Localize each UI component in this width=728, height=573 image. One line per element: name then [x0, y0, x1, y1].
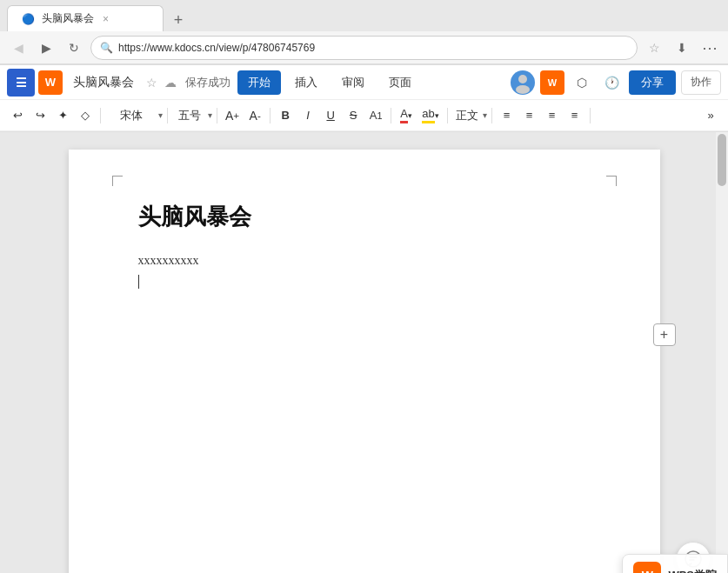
browser-tab-bar: 🔵 头脑风暴会 × + — [0, 0, 728, 31]
wps-academy-label: WPS学院 — [668, 568, 717, 573]
paragraph-style-dropdown[interactable]: 正文 ▾ — [452, 104, 487, 127]
font-size-dropdown[interactable]: 五号 ▾ — [172, 104, 212, 127]
svg-point-1 — [516, 85, 530, 94]
highlight-button[interactable]: ab ▾ — [418, 104, 442, 127]
tab-favicon: 🔵 — [22, 13, 35, 25]
tab-close-icon[interactable]: × — [103, 13, 109, 25]
clock-button[interactable]: 🕐 — [599, 70, 624, 95]
document-title: 头脑风暴会 — [73, 75, 134, 90]
undo-button[interactable]: ↩ — [7, 104, 28, 127]
font-name-dropdown[interactable]: 宋体 ▾ — [105, 104, 163, 127]
wps-brand-logo: W — [540, 70, 564, 95]
font-color-indicator: A — [400, 107, 408, 123]
body-text: xxxxxxxxxx — [138, 254, 199, 267]
svg-point-0 — [518, 75, 527, 83]
font-size-increase-button[interactable]: A+ — [222, 104, 243, 127]
address-bar[interactable]: 🔍 — [90, 36, 638, 60]
address-input[interactable] — [118, 42, 628, 54]
wps-toolbar: ☰ W 头脑风暴会 ☆ ☁ 保存成功 开始 插入 审阅 页面 W ⬡ 🕐 分享 … — [0, 65, 728, 132]
document-heading: 头脑风暴会 — [138, 202, 591, 232]
tab-page[interactable]: 页面 — [378, 70, 422, 95]
bold-button[interactable]: B — [275, 104, 296, 127]
browser-chrome: 🔵 头脑风暴会 × + ◀ ▶ ↻ 🔍 ☆ ⬇ ⋯ — [0, 0, 728, 65]
back-button[interactable]: ◀ — [7, 37, 30, 59]
underline-button[interactable]: U — [320, 104, 341, 127]
format-bar: ↩ ↪ ✦ ◇ 宋体 ▾ 五号 ▾ A+ A- B I U S A1 A ▾ a… — [0, 100, 728, 131]
browser-nav-bar: ◀ ▶ ↻ 🔍 ☆ ⬇ ⋯ — [0, 31, 728, 64]
corner-mark-tl — [112, 176, 123, 186]
browser-tab[interactable]: 🔵 头脑风暴会 × — [7, 5, 164, 31]
font-color-chevron: ▾ — [408, 111, 412, 120]
more-toolbar-button[interactable]: » — [700, 104, 721, 127]
main-content: 头脑风暴会 xxxxxxxxxx + W — [0, 132, 728, 573]
collab-button[interactable]: 协作 — [681, 70, 721, 95]
font-size-label: 五号 — [172, 104, 207, 127]
highlight-chevron: ▾ — [435, 111, 439, 120]
favorite-icon[interactable]: ☆ — [146, 76, 157, 90]
divider-5 — [391, 108, 391, 123]
scrollbar-thumb[interactable] — [718, 134, 726, 186]
download-button[interactable]: ⬇ — [671, 37, 693, 59]
search-icon: 🔍 — [100, 42, 113, 54]
text-cursor — [138, 275, 139, 289]
tab-title: 头脑风暴会 — [42, 11, 94, 26]
divider-3 — [217, 108, 217, 123]
wps-right-controls: W ⬡ 🕐 分享 协作 — [511, 70, 721, 95]
superscript-button[interactable]: A1 — [365, 104, 386, 127]
eraser-button[interactable]: ◇ — [75, 104, 96, 127]
new-tab-button[interactable]: + — [167, 9, 190, 31]
font-size-decrease-button[interactable]: A- — [244, 104, 265, 127]
font-size-chevron: ▾ — [208, 110, 212, 120]
divider-6 — [447, 108, 448, 123]
add-comment-button[interactable]: + — [653, 323, 676, 346]
wps-academy-overlay[interactable]: W WPS学院 — [622, 554, 728, 573]
share-button[interactable]: 分享 — [629, 70, 676, 95]
vertical-scrollbar[interactable] — [716, 132, 728, 573]
divider-1 — [100, 108, 101, 123]
cloud-save-icon: ☁ — [164, 76, 177, 90]
wps-logo-area: W — [38, 70, 63, 95]
strikethrough-button[interactable]: S — [343, 104, 364, 127]
forward-button[interactable]: ▶ — [35, 37, 57, 59]
font-color-button[interactable]: A ▾ — [396, 104, 417, 127]
highlight-indicator: ab — [422, 107, 434, 123]
save-status: 保存成功 — [185, 75, 230, 90]
doc-scroll-area[interactable]: 头脑风暴会 xxxxxxxxxx + W — [0, 132, 728, 573]
document-body[interactable]: xxxxxxxxxx — [138, 250, 591, 293]
wps-hamburger-button[interactable]: ☰ — [7, 69, 35, 97]
tab-start[interactable]: 开始 — [237, 70, 281, 95]
align-center-button[interactable]: ≡ — [519, 104, 540, 127]
format-clear-button[interactable]: ✦ — [52, 104, 73, 127]
font-name-label: 宋体 — [105, 104, 157, 127]
wps-academy-logo: W — [633, 562, 661, 573]
font-name-chevron: ▾ — [158, 110, 163, 120]
redo-button[interactable]: ↪ — [30, 104, 50, 127]
divider-2 — [167, 108, 168, 123]
paragraph-style-label: 正文 — [452, 104, 482, 127]
align-left-button[interactable]: ≡ — [497, 104, 518, 127]
align-right-button[interactable]: ≡ — [542, 104, 563, 127]
paragraph-chevron: ▾ — [483, 110, 487, 120]
bookmark-button[interactable]: ☆ — [643, 37, 665, 59]
wps-menu-bar: ☰ W 头脑风暴会 ☆ ☁ 保存成功 开始 插入 审阅 页面 W ⬡ 🕐 分享 … — [0, 65, 728, 100]
add-comment-container: + — [653, 323, 676, 346]
tab-review[interactable]: 审阅 — [331, 70, 375, 95]
divider-8 — [590, 108, 591, 123]
menu-button[interactable]: ⋯ — [698, 37, 721, 59]
divider-4 — [270, 108, 270, 123]
tab-insert[interactable]: 插入 — [284, 70, 328, 95]
wps-w-logo: W — [38, 70, 63, 95]
italic-button[interactable]: I — [297, 104, 318, 127]
user-avatar[interactable] — [511, 70, 535, 95]
justify-button[interactable]: ≡ — [564, 104, 585, 127]
screen-share-button[interactable]: ⬡ — [570, 70, 594, 95]
refresh-button[interactable]: ↻ — [63, 37, 85, 59]
corner-mark-tr — [606, 176, 617, 186]
divider-7 — [491, 108, 492, 123]
document-page: 头脑风暴会 xxxxxxxxxx + — [69, 150, 660, 573]
